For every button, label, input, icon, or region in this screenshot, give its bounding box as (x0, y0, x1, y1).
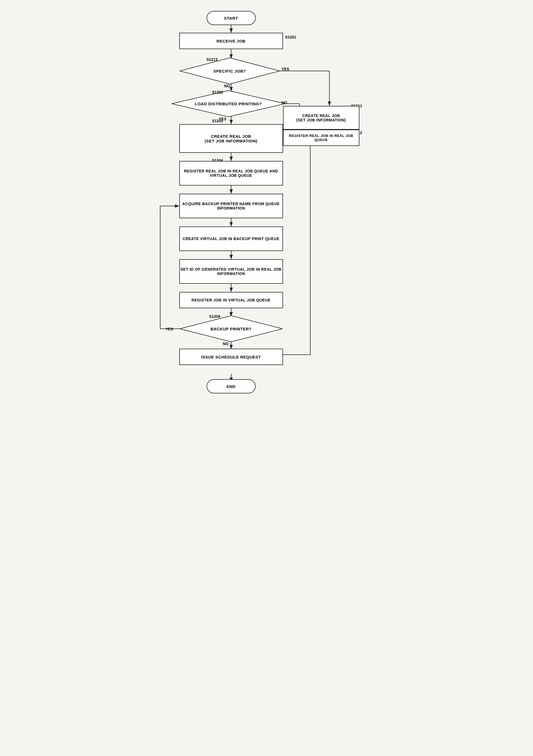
s1209-no-label: NO (223, 341, 229, 346)
s1206-label: CREATE VIRTUAL JOB IN BACKUP PRINT QUEUE (182, 236, 279, 241)
s1209-yes-label: YES (166, 327, 173, 331)
s1213-label: SPECIFIC JOB? (189, 69, 270, 73)
s1209-label: BACKUP PRINTER? (190, 327, 273, 331)
s1201-label: RECEIVE JOB (216, 39, 245, 43)
s1211-node: CREATE REAL JOB (SET JOB INFORMATION) (283, 106, 359, 130)
s1206-node: CREATE VIRTUAL JOB IN BACKUP PRINT QUEUE (179, 227, 283, 251)
s1213-id: S1213 (207, 57, 217, 62)
s1207-label: SET ID OF GENERATED VIRTUAL JOB IN REAL … (180, 267, 282, 276)
s1208-node: REGISTER JOB IN VIRTUAL JOB QUEUE (179, 292, 283, 308)
s1210-node: ISSUE SCHEDULE REQUEST (179, 349, 283, 365)
s1210-label: ISSUE SCHEDULE REQUEST (201, 355, 261, 359)
s1209-node: BACKUP PRINTER? (179, 315, 283, 342)
end-label: END (227, 384, 236, 389)
s1213-node: SPECIFIC JOB? (179, 57, 280, 85)
s1201-id: S1201 (285, 35, 296, 39)
s1202-label: LOAD DISTRIBUTED PRINTING? (182, 101, 274, 106)
s1204-node: REGISTER REAL JOB IN REAL JOB QUEUE AND … (179, 161, 283, 185)
s1205-label: ACQUIRE BACKUP PRINTER NAME FROM QUEUE I… (180, 202, 282, 210)
s1205-node: ACQUIRE BACKUP PRINTER NAME FROM QUEUE I… (179, 194, 283, 218)
s1202-no-label: NO (282, 100, 287, 105)
s1203-label: CREATE REAL JOB (SET JOB INFORMATION) (205, 134, 258, 143)
s1208-label: REGISTER JOB IN VIRTUAL JOB QUEUE (192, 298, 270, 302)
s1213-yes-label: YES (282, 67, 289, 71)
s1203-id-label: S1203 (212, 119, 223, 123)
flowchart: START RECEIVE JOB S1201 SPECIFIC JOB? S1… (144, 6, 389, 715)
end-node: END (207, 379, 256, 393)
s1212-node: REGISTER REAL JOB IN REAL JOB QUEUE (283, 130, 359, 146)
s1202-id: S1202 (212, 90, 223, 94)
start-label: START (224, 16, 238, 20)
start-node: START (207, 11, 256, 25)
s1207-node: SET ID OF GENERATED VIRTUAL JOB IN REAL … (179, 259, 283, 284)
s1203-node: CREATE REAL JOB (SET JOB INFORMATION) (179, 124, 283, 153)
s1211-label: CREATE REAL JOB (SET JOB INFORMATION) (296, 114, 346, 122)
s1213-no-label: NO (224, 84, 230, 88)
s1212-label: REGISTER REAL JOB IN REAL JOB QUEUE (284, 134, 359, 142)
s1201-node: RECEIVE JOB (179, 33, 283, 49)
s1202-node: LOAD DISTRIBUTED PRINTING? (171, 90, 286, 117)
s1209-id: S1209 (209, 314, 220, 319)
s1204-label: REGISTER REAL JOB IN REAL JOB QUEUE AND … (180, 169, 282, 177)
